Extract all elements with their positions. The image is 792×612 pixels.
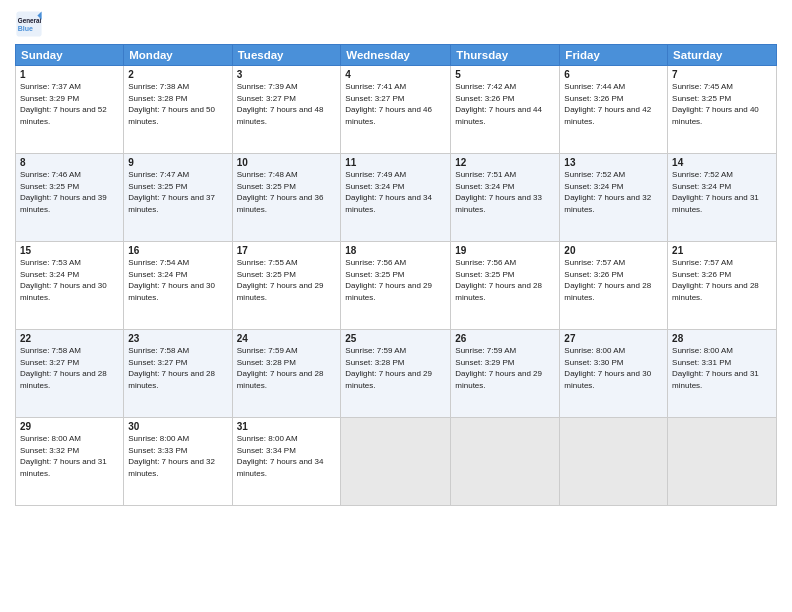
day-info: Sunrise: 8:00 AMSunset: 3:33 PMDaylight:…	[128, 433, 227, 479]
calendar-cell: 5Sunrise: 7:42 AMSunset: 3:26 PMDaylight…	[451, 66, 560, 154]
calendar-header-row: SundayMondayTuesdayWednesdayThursdayFrid…	[16, 45, 777, 66]
calendar-cell: 10Sunrise: 7:48 AMSunset: 3:25 PMDayligh…	[232, 154, 341, 242]
calendar-cell	[341, 418, 451, 506]
col-header-saturday: Saturday	[668, 45, 777, 66]
col-header-wednesday: Wednesday	[341, 45, 451, 66]
calendar-cell: 27Sunrise: 8:00 AMSunset: 3:30 PMDayligh…	[560, 330, 668, 418]
day-info: Sunrise: 7:52 AMSunset: 3:24 PMDaylight:…	[564, 169, 663, 215]
calendar-cell: 24Sunrise: 7:59 AMSunset: 3:28 PMDayligh…	[232, 330, 341, 418]
calendar-cell: 4Sunrise: 7:41 AMSunset: 3:27 PMDaylight…	[341, 66, 451, 154]
calendar-cell: 14Sunrise: 7:52 AMSunset: 3:24 PMDayligh…	[668, 154, 777, 242]
day-info: Sunrise: 8:00 AMSunset: 3:34 PMDaylight:…	[237, 433, 337, 479]
calendar-cell: 26Sunrise: 7:59 AMSunset: 3:29 PMDayligh…	[451, 330, 560, 418]
calendar-cell: 18Sunrise: 7:56 AMSunset: 3:25 PMDayligh…	[341, 242, 451, 330]
day-info: Sunrise: 7:57 AMSunset: 3:26 PMDaylight:…	[672, 257, 772, 303]
calendar-cell: 15Sunrise: 7:53 AMSunset: 3:24 PMDayligh…	[16, 242, 124, 330]
calendar-cell: 3Sunrise: 7:39 AMSunset: 3:27 PMDaylight…	[232, 66, 341, 154]
day-number: 24	[237, 333, 337, 344]
calendar-cell: 20Sunrise: 7:57 AMSunset: 3:26 PMDayligh…	[560, 242, 668, 330]
logo: General Blue	[15, 10, 47, 38]
day-number: 14	[672, 157, 772, 168]
day-info: Sunrise: 7:51 AMSunset: 3:24 PMDaylight:…	[455, 169, 555, 215]
calendar-cell	[668, 418, 777, 506]
week-row-1: 1Sunrise: 7:37 AMSunset: 3:29 PMDaylight…	[16, 66, 777, 154]
calendar-cell: 8Sunrise: 7:46 AMSunset: 3:25 PMDaylight…	[16, 154, 124, 242]
day-number: 5	[455, 69, 555, 80]
svg-text:General: General	[18, 17, 42, 24]
calendar-cell: 19Sunrise: 7:56 AMSunset: 3:25 PMDayligh…	[451, 242, 560, 330]
day-info: Sunrise: 7:54 AMSunset: 3:24 PMDaylight:…	[128, 257, 227, 303]
col-header-monday: Monday	[124, 45, 232, 66]
day-info: Sunrise: 8:00 AMSunset: 3:32 PMDaylight:…	[20, 433, 119, 479]
calendar-table: SundayMondayTuesdayWednesdayThursdayFrid…	[15, 44, 777, 506]
day-info: Sunrise: 7:59 AMSunset: 3:28 PMDaylight:…	[237, 345, 337, 391]
calendar-cell: 12Sunrise: 7:51 AMSunset: 3:24 PMDayligh…	[451, 154, 560, 242]
day-number: 6	[564, 69, 663, 80]
day-info: Sunrise: 7:37 AMSunset: 3:29 PMDaylight:…	[20, 81, 119, 127]
day-info: Sunrise: 7:41 AMSunset: 3:27 PMDaylight:…	[345, 81, 446, 127]
day-info: Sunrise: 7:44 AMSunset: 3:26 PMDaylight:…	[564, 81, 663, 127]
calendar-cell: 6Sunrise: 7:44 AMSunset: 3:26 PMDaylight…	[560, 66, 668, 154]
calendar-cell: 13Sunrise: 7:52 AMSunset: 3:24 PMDayligh…	[560, 154, 668, 242]
calendar-cell: 7Sunrise: 7:45 AMSunset: 3:25 PMDaylight…	[668, 66, 777, 154]
calendar-cell	[451, 418, 560, 506]
calendar-cell: 29Sunrise: 8:00 AMSunset: 3:32 PMDayligh…	[16, 418, 124, 506]
logo-icon: General Blue	[15, 10, 43, 38]
day-info: Sunrise: 7:56 AMSunset: 3:25 PMDaylight:…	[455, 257, 555, 303]
day-number: 31	[237, 421, 337, 432]
day-number: 10	[237, 157, 337, 168]
day-info: Sunrise: 7:47 AMSunset: 3:25 PMDaylight:…	[128, 169, 227, 215]
col-header-tuesday: Tuesday	[232, 45, 341, 66]
calendar-cell: 30Sunrise: 8:00 AMSunset: 3:33 PMDayligh…	[124, 418, 232, 506]
day-number: 4	[345, 69, 446, 80]
day-info: Sunrise: 8:00 AMSunset: 3:30 PMDaylight:…	[564, 345, 663, 391]
day-info: Sunrise: 7:46 AMSunset: 3:25 PMDaylight:…	[20, 169, 119, 215]
day-number: 20	[564, 245, 663, 256]
day-info: Sunrise: 7:59 AMSunset: 3:28 PMDaylight:…	[345, 345, 446, 391]
calendar-cell: 31Sunrise: 8:00 AMSunset: 3:34 PMDayligh…	[232, 418, 341, 506]
calendar-cell: 11Sunrise: 7:49 AMSunset: 3:24 PMDayligh…	[341, 154, 451, 242]
svg-text:Blue: Blue	[18, 25, 33, 32]
day-number: 30	[128, 421, 227, 432]
day-number: 9	[128, 157, 227, 168]
col-header-friday: Friday	[560, 45, 668, 66]
day-number: 28	[672, 333, 772, 344]
day-number: 18	[345, 245, 446, 256]
header: General Blue	[15, 10, 777, 38]
calendar-cell: 17Sunrise: 7:55 AMSunset: 3:25 PMDayligh…	[232, 242, 341, 330]
day-number: 19	[455, 245, 555, 256]
day-number: 26	[455, 333, 555, 344]
day-number: 13	[564, 157, 663, 168]
calendar-cell: 22Sunrise: 7:58 AMSunset: 3:27 PMDayligh…	[16, 330, 124, 418]
day-number: 15	[20, 245, 119, 256]
day-info: Sunrise: 7:59 AMSunset: 3:29 PMDaylight:…	[455, 345, 555, 391]
day-number: 23	[128, 333, 227, 344]
day-number: 12	[455, 157, 555, 168]
calendar-cell: 21Sunrise: 7:57 AMSunset: 3:26 PMDayligh…	[668, 242, 777, 330]
calendar-cell: 16Sunrise: 7:54 AMSunset: 3:24 PMDayligh…	[124, 242, 232, 330]
day-info: Sunrise: 7:39 AMSunset: 3:27 PMDaylight:…	[237, 81, 337, 127]
week-row-3: 15Sunrise: 7:53 AMSunset: 3:24 PMDayligh…	[16, 242, 777, 330]
day-info: Sunrise: 7:58 AMSunset: 3:27 PMDaylight:…	[128, 345, 227, 391]
day-info: Sunrise: 7:55 AMSunset: 3:25 PMDaylight:…	[237, 257, 337, 303]
day-info: Sunrise: 7:56 AMSunset: 3:25 PMDaylight:…	[345, 257, 446, 303]
week-row-2: 8Sunrise: 7:46 AMSunset: 3:25 PMDaylight…	[16, 154, 777, 242]
day-info: Sunrise: 8:00 AMSunset: 3:31 PMDaylight:…	[672, 345, 772, 391]
day-info: Sunrise: 7:48 AMSunset: 3:25 PMDaylight:…	[237, 169, 337, 215]
day-number: 25	[345, 333, 446, 344]
day-info: Sunrise: 7:52 AMSunset: 3:24 PMDaylight:…	[672, 169, 772, 215]
day-number: 22	[20, 333, 119, 344]
day-info: Sunrise: 7:38 AMSunset: 3:28 PMDaylight:…	[128, 81, 227, 127]
col-header-sunday: Sunday	[16, 45, 124, 66]
calendar-cell: 2Sunrise: 7:38 AMSunset: 3:28 PMDaylight…	[124, 66, 232, 154]
calendar-cell: 9Sunrise: 7:47 AMSunset: 3:25 PMDaylight…	[124, 154, 232, 242]
day-info: Sunrise: 7:57 AMSunset: 3:26 PMDaylight:…	[564, 257, 663, 303]
day-number: 21	[672, 245, 772, 256]
day-info: Sunrise: 7:45 AMSunset: 3:25 PMDaylight:…	[672, 81, 772, 127]
calendar-cell: 25Sunrise: 7:59 AMSunset: 3:28 PMDayligh…	[341, 330, 451, 418]
calendar-cell: 1Sunrise: 7:37 AMSunset: 3:29 PMDaylight…	[16, 66, 124, 154]
day-info: Sunrise: 7:42 AMSunset: 3:26 PMDaylight:…	[455, 81, 555, 127]
day-number: 8	[20, 157, 119, 168]
day-number: 7	[672, 69, 772, 80]
calendar-cell	[560, 418, 668, 506]
